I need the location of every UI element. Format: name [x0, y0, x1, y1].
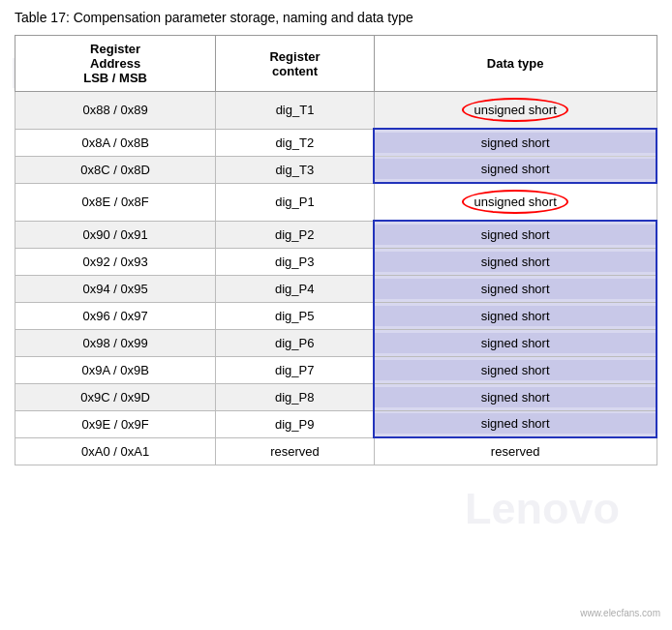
table-title: Table 17: Compensation parameter storage… — [15, 10, 657, 25]
cell-content: dig_P6 — [216, 329, 375, 356]
cell-address: 0x96 / 0x97 — [15, 302, 216, 329]
table-header-row: RegisterAddressLSB / MSB Registercontent… — [15, 36, 657, 92]
table-row: 0x94 / 0x95dig_P4signed short — [15, 275, 657, 302]
signed-short-box: signed short — [375, 225, 656, 245]
cell-content: dig_P9 — [216, 410, 375, 437]
col-header-datatype: Data type — [374, 36, 657, 92]
cell-content: dig_P4 — [216, 275, 375, 302]
logo-watermark: www.elecfans.com — [580, 608, 660, 618]
cell-datatype: signed short — [374, 329, 657, 356]
cell-datatype: unsigned short — [374, 183, 657, 221]
signed-short-box: signed short — [375, 159, 656, 179]
cell-datatype: signed short — [374, 129, 657, 156]
signed-short-box: signed short — [375, 306, 656, 326]
cell-datatype: signed short — [374, 221, 657, 248]
cell-address: 0x8E / 0x8F — [15, 183, 216, 221]
cell-content: reserved — [216, 437, 375, 465]
table-row: 0x8A / 0x8Bdig_T2signed short — [15, 129, 657, 156]
table-row: 0x98 / 0x99dig_P6signed short — [15, 329, 657, 356]
compensation-table: RegisterAddressLSB / MSB Registercontent… — [15, 35, 657, 465]
cell-content: dig_P8 — [216, 383, 375, 410]
unsigned-short-oval: unsigned short — [462, 190, 567, 214]
cell-content: dig_P5 — [216, 302, 375, 329]
cell-datatype: signed short — [374, 156, 657, 183]
table-row: 0x8C / 0x8Ddig_T3signed short — [15, 156, 657, 183]
signed-short-box: signed short — [375, 360, 656, 380]
table-row: 0xA0 / 0xA1reservedreserved — [15, 437, 657, 465]
table-row: 0x92 / 0x93dig_P3signed short — [15, 248, 657, 275]
table-row: 0x8E / 0x8Fdig_P1unsigned short — [15, 183, 657, 221]
table-row: 0x9A / 0x9Bdig_P7signed short — [15, 356, 657, 383]
table-row: 0x88 / 0x89dig_T1unsigned short — [15, 92, 657, 130]
signed-short-box: signed short — [375, 413, 656, 434]
cell-content: dig_P2 — [216, 221, 375, 248]
unsigned-short-oval: unsigned short — [462, 98, 567, 122]
table-row: 0x9E / 0x9Fdig_P9signed short — [15, 410, 657, 437]
table-row: 0x96 / 0x97dig_P5signed short — [15, 302, 657, 329]
cell-content: dig_P1 — [216, 183, 375, 221]
cell-address: 0xA0 / 0xA1 — [15, 437, 216, 465]
data-table-container: RegisterAddressLSB / MSB Registercontent… — [15, 35, 657, 465]
cell-datatype: signed short — [374, 275, 657, 302]
cell-content: dig_T1 — [216, 92, 375, 130]
cell-content: dig_P3 — [216, 248, 375, 275]
cell-content: dig_T3 — [216, 156, 375, 183]
cell-address: 0x9E / 0x9F — [15, 410, 216, 437]
signed-short-box: signed short — [375, 133, 656, 153]
cell-address: 0x90 / 0x91 — [15, 221, 216, 248]
cell-address: 0x92 / 0x93 — [15, 248, 216, 275]
signed-short-box: signed short — [375, 333, 656, 353]
cell-datatype: reserved — [374, 437, 657, 465]
col-header-address: RegisterAddressLSB / MSB — [15, 36, 216, 92]
cell-address: 0x98 / 0x99 — [15, 329, 216, 356]
cell-content: dig_P7 — [216, 356, 375, 383]
cell-datatype: signed short — [374, 410, 657, 437]
cell-datatype: unsigned short — [374, 92, 657, 130]
cell-address: 0x94 / 0x95 — [15, 275, 216, 302]
signed-short-box: signed short — [375, 252, 656, 272]
cell-address: 0x8C / 0x8D — [15, 156, 216, 183]
signed-short-box: signed short — [375, 387, 656, 407]
cell-address: 0x8A / 0x8B — [15, 129, 216, 156]
signed-short-box: signed short — [375, 279, 656, 299]
cell-address: 0x88 / 0x89 — [15, 92, 216, 130]
cell-datatype: signed short — [374, 356, 657, 383]
cell-datatype: signed short — [374, 248, 657, 275]
cell-datatype: signed short — [374, 302, 657, 329]
table-row: 0x9C / 0x9Ddig_P8signed short — [15, 383, 657, 410]
cell-content: dig_T2 — [216, 129, 375, 156]
col-header-content: Registercontent — [216, 36, 375, 92]
table-row: 0x90 / 0x91dig_P2signed short — [15, 221, 657, 248]
cell-datatype: signed short — [374, 383, 657, 410]
cell-address: 0x9C / 0x9D — [15, 383, 216, 410]
cell-address: 0x9A / 0x9B — [15, 356, 216, 383]
